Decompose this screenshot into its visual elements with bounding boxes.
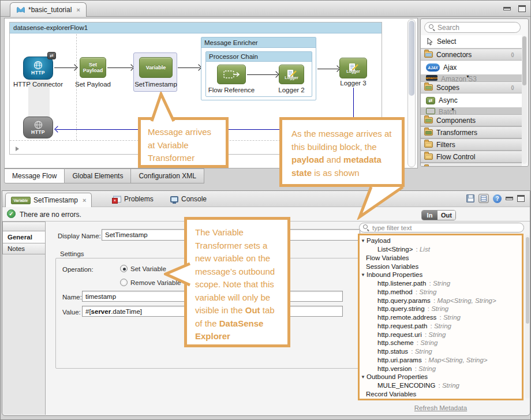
save-icon[interactable]	[466, 194, 474, 202]
display-name-label: Display Name:	[58, 232, 101, 239]
http-response-node[interactable]: HTTP	[23, 117, 53, 138]
set-payload-node[interactable]: Set Payload	[80, 57, 106, 78]
tab-console[interactable]: Console	[170, 195, 207, 203]
http-connector-node[interactable]: HTTP	[23, 57, 53, 80]
logger-icon-label: Logger	[346, 69, 360, 73]
tree-row[interactable]: http.method String	[360, 288, 522, 297]
palette-item-batch[interactable]: Batch ▼	[421, 107, 522, 114]
tree-row[interactable]: Flow Variables	[360, 254, 522, 262]
tree-node-label: http.listener.path	[377, 280, 426, 287]
palette-item-amazon-s3[interactable]: amazon Amazon S3 ▼	[421, 74, 522, 81]
tree-expand-icon[interactable]: ▼	[361, 272, 367, 278]
tree-row[interactable]: http.remote.address String	[360, 313, 522, 322]
canvas-scrollbar[interactable]	[407, 19, 416, 167]
http-icon-label: HTTP	[31, 129, 45, 135]
tree-row[interactable]: http.listener.path String	[360, 279, 522, 288]
palette-scrollbar[interactable]	[522, 36, 527, 164]
logger3-node[interactable]: Logger	[339, 58, 367, 78]
maximize-icon[interactable]	[518, 5, 526, 12]
palette-header-error-handling[interactable]: Error Handling	[421, 163, 522, 167]
set-variable-radio[interactable]	[120, 265, 128, 272]
minimize-view-icon[interactable]	[506, 197, 513, 200]
tree-row[interactable]: Record Variables	[360, 390, 522, 399]
console-icon	[170, 196, 178, 202]
two-way-exchange-icon	[47, 52, 56, 59]
tab-general[interactable]: General	[2, 231, 46, 243]
variable-mini-icon: Variable	[11, 197, 31, 204]
variable-node-selected[interactable]: Variable SetTimestamp	[133, 52, 177, 92]
tree-row[interactable]: List<String> List	[360, 245, 522, 254]
tree-row[interactable]: http.version String	[360, 364, 522, 373]
tree-row[interactable]: MULE_ENCODING String	[360, 381, 522, 390]
tree-row[interactable]: http.query.params Map<String, String>	[360, 296, 522, 305]
palette-header-flow-control[interactable]: Flow Control	[421, 151, 522, 163]
tab-message-flow[interactable]: Message Flow	[4, 168, 65, 183]
node-label-flow-reference: Flow Reference	[195, 87, 268, 93]
tree-row[interactable]: http.query.string String	[360, 305, 522, 313]
close-icon[interactable]: ×	[76, 6, 80, 13]
tree-row[interactable]: ▼ Inbound Properties	[360, 271, 522, 279]
refresh-metadata-link[interactable]: Refresh Metadata	[358, 404, 523, 411]
palette-header-transformers[interactable]: Transformers	[421, 126, 522, 138]
tree-row[interactable]: http.request.path String	[360, 322, 522, 331]
tree-expand-icon[interactable]: ▼	[361, 238, 367, 243]
palette-header-filters[interactable]: Filters	[421, 138, 522, 151]
tree-row[interactable]: ▼ Payload	[360, 237, 522, 245]
close-icon[interactable]: ×	[83, 197, 86, 204]
scrollbar-thumb[interactable]	[522, 36, 526, 85]
minimize-icon[interactable]	[503, 7, 511, 10]
tab-notes[interactable]: Notes	[2, 243, 46, 254]
metadata-filter-input[interactable]: type filter text	[359, 223, 524, 232]
tree-node-type: String	[414, 288, 437, 295]
remove-variable-radio[interactable]	[120, 279, 128, 286]
callout-tail	[146, 92, 178, 122]
palette-header-connectors[interactable]: Connectors ⟨⟩	[421, 48, 522, 61]
palette-item-ajax[interactable]: AJAX Ajax	[421, 61, 522, 74]
tab-problems[interactable]: Problems	[113, 195, 154, 203]
scrollbar-thumb[interactable]	[526, 237, 529, 324]
outline-view-icon[interactable]	[478, 194, 489, 203]
value-label: Value:	[62, 309, 81, 316]
tree-node-label: http.scheme	[377, 339, 414, 346]
operation-label: Operation:	[62, 266, 94, 273]
tab-in[interactable]: In	[422, 211, 437, 220]
palette-header-components[interactable]: Components	[421, 114, 522, 126]
scrollbar-thumb[interactable]	[409, 21, 414, 96]
collapse-icon[interactable]: ⟨⟩	[511, 52, 514, 58]
tree-node-type: Map<String, String>	[423, 357, 488, 363]
variable-node[interactable]: Variable	[139, 57, 173, 78]
tree-row[interactable]: ▼ Outbound Properties	[360, 373, 522, 381]
palette-item-label: Select	[437, 38, 456, 46]
tree-row[interactable]: Session Variables	[360, 262, 522, 271]
folder-icon	[424, 129, 433, 136]
palette-item-async[interactable]: Async	[421, 93, 522, 107]
blank-cell	[2, 222, 46, 231]
flow-reference-icon	[223, 69, 240, 80]
tree-scrollbar[interactable]	[525, 235, 530, 399]
palette-header-label: Flow Control	[436, 153, 475, 161]
palette-search-input[interactable]: Search	[424, 22, 521, 33]
flow-connector-arrow	[247, 74, 278, 75]
tab-global-elements[interactable]: Global Elements	[65, 168, 131, 183]
tree-row[interactable]: http.request.uri String	[360, 330, 522, 339]
maximize-view-icon[interactable]	[517, 195, 525, 202]
tab-basic-tutorial[interactable]: *basic_tutorial ×	[10, 2, 87, 17]
flow-reference-node[interactable]	[217, 65, 246, 84]
amazon-s3-icon: amazon	[426, 75, 437, 81]
palette-header-scopes[interactable]: Scopes ⟨⟩	[421, 81, 522, 93]
tree-node-label: Outbound Properties	[367, 373, 428, 380]
palette-item-select[interactable]: Select	[421, 35, 522, 48]
collapsed-section-arrow-icon[interactable]	[16, 147, 19, 151]
tree-row[interactable]: http.status String	[360, 347, 522, 356]
tree-node-type: List	[414, 246, 430, 253]
tab-configuration-xml[interactable]: Configuration XML	[131, 168, 204, 183]
tree-row[interactable]: http.uri.params Map<String, String>	[360, 356, 522, 365]
tree-row[interactable]: http.scheme String	[360, 339, 522, 347]
logger2-node[interactable]: Logger	[279, 65, 304, 84]
help-icon[interactable]	[493, 194, 502, 203]
tab-out[interactable]: Out	[437, 211, 455, 220]
tab-settimestamp[interactable]: Variable SetTimestamp ×	[5, 193, 92, 207]
folder-icon	[424, 153, 433, 160]
collapse-icon[interactable]: ⟨⟩	[511, 85, 514, 91]
tree-expand-icon[interactable]: ▼	[361, 374, 367, 380]
